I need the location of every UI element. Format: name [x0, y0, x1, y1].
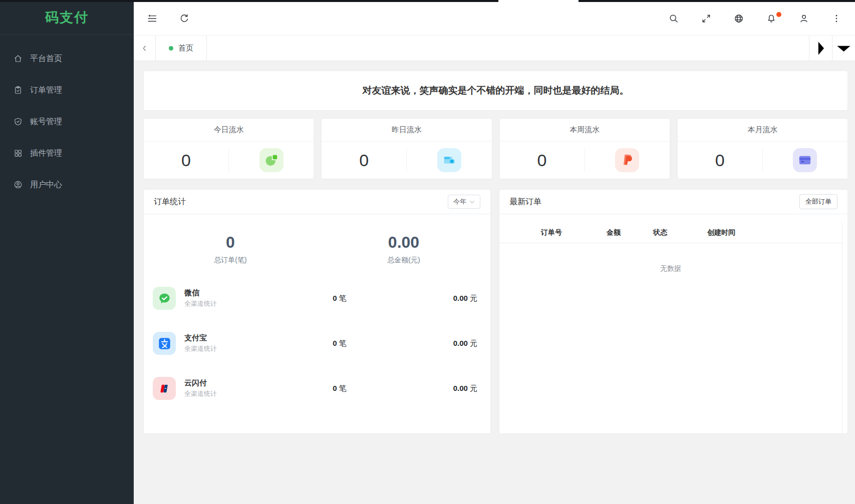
channel-desc: 全渠道统计	[184, 344, 277, 353]
sidebar-item-plugin-management[interactable]: 插件管理	[0, 138, 134, 168]
column-created-at: 创建时间	[707, 228, 842, 237]
plugin-icon	[14, 149, 23, 158]
refresh-button[interactable]	[179, 13, 190, 24]
stat-card-value: 0	[322, 151, 406, 170]
panel-title: 订单统计	[154, 197, 186, 207]
quote-banner: 对友谊来说，笑声确实是个不错的开端，同时也是最好的结局。	[144, 71, 847, 110]
chevron-left-icon	[141, 45, 148, 52]
sidebar-item-user-center[interactable]: 用户中心	[0, 170, 134, 200]
date-range-value: 今年	[453, 197, 466, 206]
header-toolbar	[134, 2, 855, 35]
user-icon	[799, 14, 809, 24]
user-center-icon	[14, 180, 23, 189]
channel-name[interactable]: 支付宝	[184, 333, 277, 343]
stat-card-title: 昨日流水	[322, 119, 491, 142]
channel-list: 微信 全渠道统计 0 笔 0.00 元 支付宝 全渠道统计	[144, 265, 490, 422]
tab-bar: 首页	[134, 35, 855, 61]
tabs-scroll-right-button[interactable]	[809, 36, 832, 61]
sidebar-item-label: 用户中心	[30, 180, 62, 190]
chevron-down-icon	[832, 37, 855, 60]
channel-row-unionpay: 云闪付 全渠道统计 0 笔 0.00 元	[153, 377, 477, 400]
tabbar-spacer	[207, 36, 809, 61]
notifications-button[interactable]	[766, 13, 777, 24]
stat-card-value: 0	[678, 151, 762, 170]
stat-card-value: 0	[144, 151, 228, 170]
tab-home[interactable]: 首页	[156, 36, 207, 61]
collapse-menu-button[interactable]	[147, 13, 158, 24]
order-summary: 0 总订单(笔) 0.00 总金额(元)	[144, 214, 490, 265]
fullscreen-button[interactable]	[701, 13, 712, 24]
stat-card-value: 0	[500, 151, 585, 170]
tabs-scroll-left-button[interactable]	[134, 36, 156, 61]
toolbar-left-group	[147, 13, 190, 24]
sidebar-item-account-management[interactable]: 账号管理	[0, 107, 134, 137]
date-range-select[interactable]: 今年	[448, 195, 480, 209]
stat-card-title: 今日流水	[144, 119, 314, 142]
stat-card-title: 本周流水	[500, 119, 670, 142]
channel-row-alipay: 支付宝 全渠道统计 0 笔 0.00 元	[153, 332, 477, 355]
total-orders-value: 0	[144, 233, 317, 252]
chevron-right-icon	[809, 37, 832, 60]
tabs-menu-button[interactable]	[832, 36, 855, 61]
page-content: 对友谊来说，笑声确实是个不错的开端，同时也是最好的结局。 今日流水 0 昨日流水	[134, 61, 855, 504]
panels-row: 订单统计 今年 0 总订单(笔) 0.00 总金额(元)	[144, 190, 847, 433]
total-amount-value: 0.00	[317, 233, 490, 252]
top-edge-strip	[0, 0, 855, 2]
more-options-button[interactable]	[831, 13, 842, 24]
column-status: 状态	[653, 228, 707, 237]
order-icon	[14, 86, 23, 95]
wallet-icon	[437, 148, 461, 172]
top-edge-strip-gap	[498, 0, 579, 2]
more-vertical-icon	[831, 14, 841, 24]
credit-card-icon	[793, 148, 817, 172]
stat-cards-row: 今日流水 0 昨日流水 0	[144, 119, 847, 179]
channel-amount: 0.00 元	[402, 294, 477, 303]
channel-desc: 全渠道统计	[184, 299, 277, 308]
sidebar-item-label: 平台首页	[30, 54, 62, 64]
column-order-no: 订单号	[541, 228, 607, 237]
order-statistics-panel: 订单统计 今年 0 总订单(笔) 0.00 总金额(元)	[144, 190, 490, 433]
channel-amount: 0.00 元	[402, 384, 477, 393]
sidebar-item-label: 插件管理	[30, 148, 62, 159]
paypal-icon	[615, 148, 639, 172]
orders-table-header: 订单号 金额 状态 创建时间	[499, 222, 842, 243]
language-button[interactable]	[733, 13, 744, 24]
sidebar-item-label: 订单管理	[30, 85, 62, 96]
pie-chart-icon	[259, 148, 283, 172]
channel-count: 0 笔	[277, 384, 402, 393]
channel-row-wechat: 微信 全渠道统计 0 笔 0.00 元	[153, 287, 477, 310]
globe-icon	[734, 14, 744, 24]
search-icon	[669, 14, 679, 24]
channel-count: 0 笔	[277, 339, 402, 348]
wechat-icon	[153, 287, 176, 310]
notification-bell-icon	[766, 14, 776, 24]
channel-amount: 0.00 元	[402, 339, 477, 348]
sidebar: 码支付 平台首页 订单管理 账号管理 插件管理 用户中心	[0, 0, 134, 504]
empty-state-text: 无数据	[499, 243, 842, 273]
active-tab-dot	[169, 46, 173, 51]
view-all-orders-button[interactable]: 全部订单	[799, 194, 837, 209]
channel-name[interactable]: 云闪付	[184, 378, 277, 388]
refresh-icon	[179, 14, 189, 24]
channel-count: 0 笔	[277, 294, 402, 303]
alipay-icon	[153, 332, 176, 355]
panel-title: 最新订单	[509, 197, 541, 207]
tab-label: 首页	[178, 44, 193, 53]
stat-card-today: 今日流水 0	[144, 119, 314, 179]
collapse-menu-icon	[147, 14, 157, 24]
channel-desc: 全渠道统计	[184, 389, 277, 398]
stat-card-title: 本月流水	[678, 119, 847, 142]
stat-card-this-month: 本月流水 0	[678, 119, 847, 179]
total-amount-label: 总金额(元)	[317, 256, 490, 265]
sidebar-item-order-management[interactable]: 订单管理	[0, 75, 134, 105]
orders-table: 订单号 金额 状态 创建时间 无数据	[499, 222, 842, 433]
search-button[interactable]	[668, 13, 679, 24]
sidebar-item-platform-home[interactable]: 平台首页	[0, 44, 134, 74]
channel-name[interactable]: 微信	[184, 288, 277, 298]
user-profile-button[interactable]	[798, 13, 809, 24]
latest-orders-panel: 最新订单 全部订单 订单号 金额 状态 创建时间 无数据	[499, 190, 847, 433]
fullscreen-icon	[701, 14, 711, 24]
quote-text: 对友谊来说，笑声确实是个不错的开端，同时也是最好的结局。	[363, 84, 629, 97]
chevron-down-icon	[469, 199, 475, 205]
column-amount: 金额	[607, 228, 653, 237]
